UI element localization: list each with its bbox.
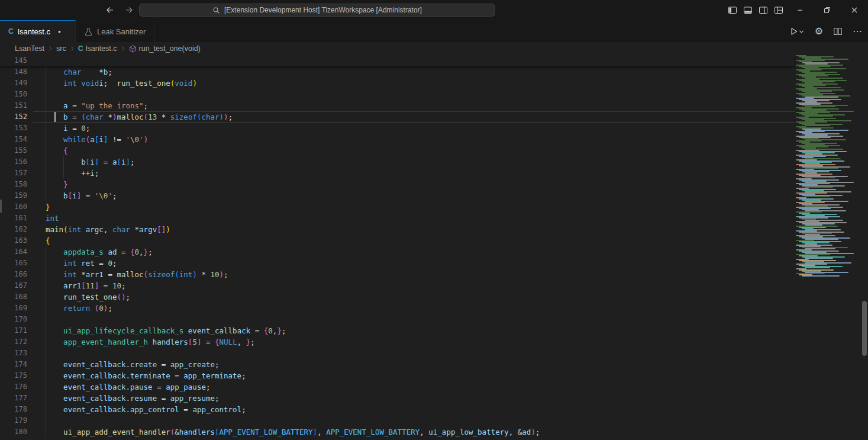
line-number[interactable]: 163: [0, 235, 27, 246]
sticky-scroll-line[interactable]: 145 void run_test_one(void): [0, 55, 795, 66]
token: int: [179, 270, 193, 279]
code-line[interactable]: 151 a = "up the irons";: [0, 100, 795, 111]
line-number[interactable]: 164: [0, 246, 27, 258]
line-number[interactable]: 176: [0, 381, 27, 393]
line-number[interactable]: 165: [0, 258, 27, 269]
tab-leak-sanitizer[interactable]: Leak Sanitizer: [76, 20, 154, 42]
line-number[interactable]: 173: [0, 348, 27, 359]
code-line[interactable]: 166 int *arr1 = malloc(sizeof(int) * 10)…: [0, 269, 795, 280]
code-line[interactable]: 179: [0, 415, 795, 426]
settings-gear-button[interactable]: ⚙: [814, 25, 824, 37]
line-number[interactable]: 151: [0, 100, 27, 111]
line-number[interactable]: 179: [0, 415, 27, 426]
code-line[interactable]: 177 event_callback.resume = app_resume;: [0, 393, 795, 404]
code-line[interactable]: 173: [0, 348, 795, 359]
code-line[interactable]: 161int: [0, 213, 795, 224]
line-number[interactable]: 152: [0, 111, 27, 123]
line-number[interactable]: 172: [0, 336, 27, 348]
line-number[interactable]: 168: [0, 291, 27, 303]
token: a: [63, 101, 68, 110]
code-line[interactable]: 150: [0, 89, 795, 100]
breadcrumb-item-file[interactable]: C lsantest.c: [78, 44, 117, 53]
code-line[interactable]: 171 ui_app_lifecycle_callback_s event_ca…: [0, 325, 795, 336]
line-number[interactable]: 160: [0, 201, 27, 213]
customize-layout-button[interactable]: [771, 0, 786, 20]
more-actions-button[interactable]: ⋯: [851, 25, 863, 37]
line-number[interactable]: 159: [0, 190, 27, 201]
code-line[interactable]: 162main(int argc, char *argv[]): [0, 224, 795, 235]
breadcrumb-item-workspace[interactable]: LsanTest: [15, 44, 44, 53]
modified-dot-icon[interactable]: ●: [58, 29, 61, 34]
line-number[interactable]: 150: [0, 89, 27, 100]
restore-button[interactable]: [814, 0, 841, 20]
code-line[interactable]: 180 ui_app_add_event_handler(&handlers[A…: [0, 426, 795, 438]
scrollbar-slider[interactable]: [862, 301, 867, 356]
forward-button[interactable]: [123, 4, 135, 16]
code-line[interactable]: 169 return (0);: [0, 303, 795, 314]
line-number[interactable]: 162: [0, 224, 27, 235]
toggle-secondary-sidebar-button[interactable]: [756, 0, 771, 20]
code-line[interactable]: 178 event_callback.app_control = app_con…: [0, 404, 795, 415]
back-button[interactable]: [104, 4, 116, 16]
code-line[interactable]: 165 int ret = 0;: [0, 258, 795, 269]
code-line[interactable]: 175 event_callback.terminate = app_termi…: [0, 370, 795, 381]
line-number[interactable]: 148: [0, 66, 27, 78]
line-number[interactable]: 158: [0, 179, 27, 190]
code-line[interactable]: 155 {: [0, 145, 795, 156]
code-line[interactable]: 157 ++i;: [0, 168, 795, 179]
c-file-icon: C: [78, 44, 83, 53]
split-editor-button[interactable]: [832, 25, 844, 37]
code-line[interactable]: 152 b = (char *)malloc(13 * sizeof(char)…: [0, 111, 795, 123]
line-number[interactable]: 161: [0, 213, 27, 224]
code-line[interactable]: 153 i = 0;: [0, 123, 795, 134]
code-line[interactable]: 172 app_event_handler_h handlers[5] = {N…: [0, 336, 795, 348]
line-number[interactable]: 153: [0, 123, 27, 134]
minimap[interactable]: [795, 55, 860, 440]
line-number[interactable]: 177: [0, 393, 27, 404]
code-line[interactable]: 159 b[i] = '\0';: [0, 190, 795, 201]
line-number[interactable]: 157: [0, 168, 27, 179]
code-line[interactable]: 160}: [0, 201, 795, 213]
gear-icon: ⚙: [815, 27, 823, 36]
code-line[interactable]: 170: [0, 314, 795, 325]
code-line[interactable]: 167 arr1[11] = 10;: [0, 280, 795, 291]
line-number[interactable]: 154: [0, 134, 27, 145]
breadcrumb-item-folder[interactable]: src: [56, 44, 66, 53]
code-line[interactable]: 148 char *b;: [0, 66, 795, 78]
indent-guide: [63, 168, 64, 179]
code-line[interactable]: 164 appdata_s ad = {0,};: [0, 246, 795, 258]
token: =: [104, 270, 117, 279]
breadcrumb-item-symbol[interactable]: run_test_one(void): [129, 44, 201, 53]
token: sizeof: [148, 270, 175, 279]
command-center-search[interactable]: [Extension Development Host] TizenWorksp…: [139, 4, 495, 17]
vertical-scrollbar[interactable]: [861, 55, 868, 440]
code-line[interactable]: 168 run_test_one();: [0, 291, 795, 303]
token: i: [121, 158, 126, 166]
line-number[interactable]: 166: [0, 269, 27, 280]
tab-lsantest-c[interactable]: C lsantest.c ●: [0, 20, 76, 42]
code-line[interactable]: 154 while(a[i] != '\0'): [0, 134, 795, 145]
minimize-button[interactable]: [786, 0, 814, 20]
close-window-button[interactable]: [841, 0, 868, 20]
line-number[interactable]: 170: [0, 314, 27, 325]
code-line[interactable]: 163{: [0, 235, 795, 246]
line-number[interactable]: 155: [0, 145, 27, 156]
run-or-debug-button[interactable]: [788, 25, 806, 37]
token: arr1: [63, 281, 81, 290]
line-number[interactable]: 156: [0, 156, 27, 168]
token: ui_app_add_event_handler: [63, 428, 170, 436]
code-line[interactable]: 158 }: [0, 179, 795, 190]
line-number[interactable]: 171: [0, 325, 27, 336]
line-number[interactable]: 175: [0, 370, 27, 381]
code-line[interactable]: 156 b[i] = a[i];: [0, 156, 795, 168]
code-line[interactable]: 174 event_callback.create = app_create;: [0, 359, 795, 370]
code-line[interactable]: 176 event_callback.pause = app_pause;: [0, 381, 795, 393]
toggle-panel-button[interactable]: [740, 0, 756, 20]
toggle-primary-sidebar-button[interactable]: [725, 0, 740, 20]
line-number[interactable]: 178: [0, 404, 27, 415]
line-number[interactable]: 174: [0, 359, 27, 370]
line-number[interactable]: 167: [0, 280, 27, 291]
line-number[interactable]: 169: [0, 303, 27, 314]
line-number[interactable]: 149: [0, 78, 27, 89]
line-number[interactable]: 180: [0, 426, 27, 438]
